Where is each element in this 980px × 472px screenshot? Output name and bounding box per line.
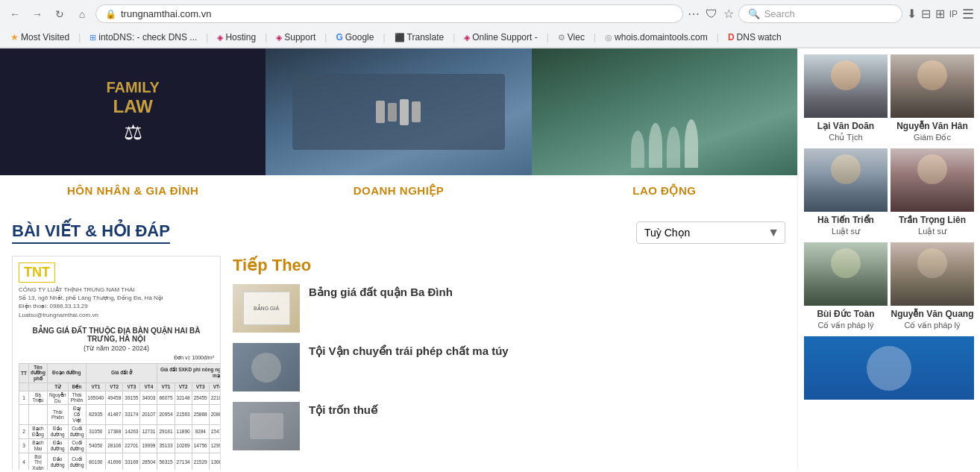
category-family-law[interactable]: FAMILY LAW ⚖ HÔN NHÂN & GIA ĐÌNH (0, 48, 266, 213)
bookmark-hosting[interactable]: ◈ Hosting (213, 31, 260, 44)
bookmark-support[interactable]: ◈ Support (271, 31, 320, 44)
article-thumb-bang-gia-dat: BẢNG GIÁ (233, 284, 300, 333)
content-bottom: TNT CÔNG TY LUẬT THỊNH TRUNG NAM THÁI Số… (0, 250, 797, 470)
office-graphic (532, 48, 797, 175)
search-icon: 🔍 (748, 8, 760, 19)
col-tt: TT (19, 363, 29, 383)
person-card-bui-duc-toan: Bùi Đức Toàn Cố vấn pháp lý (804, 242, 888, 330)
person-name-tran-trong-lien: Trần Trọng Liên (891, 215, 974, 225)
back-button[interactable]: ← (6, 5, 24, 23)
col-vt1: VT1 (86, 383, 106, 391)
bookmark-intodns[interactable]: ⊞ intoDNS: - check DNS ... (85, 31, 201, 44)
person-title-lai-van-doan: Chủ Tịch (804, 133, 888, 142)
separator: | (453, 32, 455, 43)
sidebar-bottom-card (804, 336, 974, 400)
category-labor-image (532, 48, 797, 175)
star-icon[interactable]: ☆ (723, 7, 734, 21)
sidebar-icon[interactable]: ⊟ (921, 7, 931, 21)
bookmark-google[interactable]: G Google (331, 31, 378, 44)
tnt-document: TNT CÔNG TY LUẬT THỊNH TRUNG NAM THÁI Số… (12, 256, 221, 470)
article-item-1[interactable]: BẢNG GIÁ Bảng giá đất quận Ba Đình (233, 284, 785, 333)
bookmark-translate[interactable]: ⬛ Translate (390, 31, 449, 44)
person-photo-lai-van-doan (804, 54, 888, 118)
tuy-chon-wrapper: Tuỳ Chọn ▼ (636, 221, 785, 244)
col-vt4: VT4 (140, 383, 157, 391)
person-card-ha-tien-trien: Hà Tiến Triển Luật sư (804, 148, 888, 236)
tnt-unit: Đơn vị: 1000đ/m² (19, 355, 214, 361)
person-title-nguyen-van-han: Giám Đốc (891, 133, 974, 142)
bookmark-dns-watch[interactable]: D DNS watch (723, 31, 786, 44)
bookmark-whois[interactable]: ◎ whois.domaintools.com (600, 31, 712, 44)
col-gia-dat: Giá đất ở (86, 363, 157, 383)
layout-icon[interactable]: ⊞ (935, 7, 945, 21)
person-card-nguyen-van-quang: Nguyễn Văn Quang Cố vấn pháp lý (891, 242, 974, 330)
separator: | (324, 32, 327, 43)
home-button[interactable]: ⌂ (73, 5, 91, 23)
bookmark-most-visited[interactable]: ★ Most Visited (6, 31, 74, 44)
article-item-3[interactable]: Tội trốn thuế (233, 402, 785, 450)
bookmark-label: Viec (568, 32, 585, 43)
family-text-law: LAW (106, 96, 160, 117)
category-family-law-image: FAMILY LAW ⚖ (0, 48, 266, 175)
col-vt1b: VT1 (157, 383, 175, 391)
bookmark-viec[interactable]: ⚙ Viec (553, 31, 589, 44)
ip-badge: IP (949, 9, 958, 19)
extensions-icon[interactable]: ⋯ (688, 7, 700, 21)
article-title-1: Bảng giá đất quận Ba Đình (309, 284, 453, 300)
browser-toolbar: ← → ↻ ⌂ 🔒 trungnamthai.com.vn ⋯ 🛡 ☆ 🔍 Se… (0, 0, 980, 28)
col-vt3b: VT3 (192, 383, 209, 391)
col-vt3: VT3 (123, 383, 140, 391)
address-bar[interactable]: 🔒 trungnamthai.com.vn (95, 4, 683, 23)
person-photo-bui-duc-toan (804, 242, 888, 306)
support-icon: ◈ (276, 33, 282, 43)
search-placeholder: Search (764, 8, 795, 19)
article-thumb-toi-tron-thue (233, 402, 300, 450)
doc-preview-text: BẢNG GIÁ (254, 306, 279, 312)
tuy-chon-select[interactable]: Tuỳ Chọn (636, 221, 785, 244)
category-business-label: DOANH NGHIỆP (266, 175, 531, 202)
person-photo-nguyen-van-quang (891, 242, 974, 306)
sidebar: Lại Văn Doãn Chủ Tịch Nguyễn Văn Hân Giá… (797, 48, 980, 470)
person-card-nguyen-van-han: Nguyễn Văn Hân Giám Đốc (891, 54, 974, 142)
article-thumb-toi-van-chuyen (233, 343, 300, 391)
separator: | (547, 32, 549, 43)
tnt-header: TNT CÔNG TY LUẬT THỊNH TRUNG NAM THÁI Số… (19, 262, 214, 324)
person-title-bui-duc-toan: Cố vấn pháp lý (804, 321, 888, 330)
separator: | (206, 32, 208, 43)
download-icon[interactable]: ⬇ (907, 7, 917, 21)
menu-icon[interactable]: ☰ (962, 6, 974, 22)
categories-row: FAMILY LAW ⚖ HÔN NHÂN & GIA ĐÌNH (0, 48, 797, 213)
page-content: FAMILY LAW ⚖ HÔN NHÂN & GIA ĐÌNH (0, 48, 980, 470)
reload-button[interactable]: ↻ (51, 5, 69, 23)
article-item-2[interactable]: Tội Vận chuyển trái phép chất ma túy (233, 343, 785, 391)
person-photo-ha-tien-trien (804, 148, 888, 212)
whois-icon: ◎ (605, 33, 612, 43)
tnt-doc-title: BẢNG GIÁ ĐẤT THUỘC ĐỊA BÀN QUẬN HAI BÀ T… (19, 327, 214, 343)
person-card-lai-van-doan: Lại Văn Doãn Chủ Tịch (804, 54, 888, 142)
person-photo-nguyen-van-han (891, 54, 974, 118)
star-bookmark-icon: ★ (10, 32, 19, 43)
tnt-address: Số 13, ngõ Nhất, phố Láng Thượng, Đống Đ… (19, 294, 163, 302)
person-title-ha-tien-trien: Luật sư (804, 227, 888, 236)
forward-button[interactable]: → (28, 5, 46, 23)
meeting-graphic (266, 48, 531, 175)
bookmark-online-support[interactable]: ◈ Online Support - (459, 31, 541, 44)
article-title-2: Tội Vận chuyển trái phép chất ma túy (309, 343, 509, 359)
category-labor[interactable]: LAO ĐỘNG (532, 48, 797, 213)
hosting-icon: ◈ (217, 33, 223, 43)
category-business[interactable]: DOANH NGHIỆP (266, 48, 531, 213)
bookmark-label: DNS watch (737, 32, 782, 43)
family-law-graphic: FAMILY LAW ⚖ (0, 48, 266, 175)
shield-icon[interactable]: 🛡 (706, 7, 717, 21)
dns-watch-icon: D (728, 32, 735, 43)
bookmark-label: Most Visited (21, 32, 69, 43)
person-name-nguyen-van-han: Nguyễn Văn Hân (891, 121, 974, 131)
tnt-doc-subtitle: (Từ năm 2020 - 2024) (19, 344, 214, 352)
person-name-lai-van-doan: Lại Văn Doãn (804, 121, 888, 131)
table-row: 2Bạch ĐằngĐầu đườngCuối đường 3105017388… (19, 424, 222, 438)
translate-icon: ⬛ (395, 33, 405, 43)
separator: | (594, 32, 596, 43)
article-title-3: Tội trốn thuế (309, 402, 377, 418)
separator: | (717, 32, 719, 43)
search-bar[interactable]: 🔍 Search (738, 4, 902, 23)
